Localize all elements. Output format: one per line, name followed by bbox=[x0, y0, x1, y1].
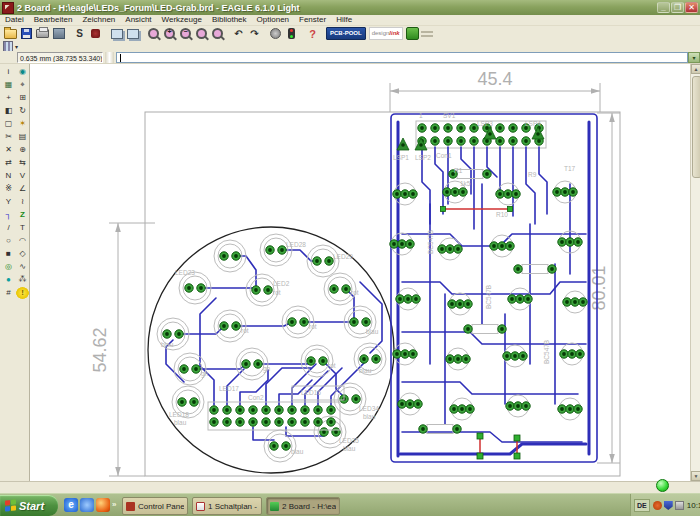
task-board-active[interactable]: 2 Board - H:\eagle\LE... bbox=[266, 497, 340, 515]
info-tool[interactable] bbox=[2, 66, 15, 78]
route-tool[interactable] bbox=[2, 209, 15, 221]
menu-zeichnen[interactable]: Zeichnen bbox=[77, 15, 120, 25]
rect-tool[interactable] bbox=[2, 248, 15, 260]
zoom-fit-button[interactable] bbox=[146, 27, 161, 40]
display-tool[interactable] bbox=[2, 79, 15, 91]
group-tool[interactable] bbox=[2, 118, 15, 130]
zoom-redraw-button[interactable] bbox=[210, 27, 225, 40]
pinswap-tool[interactable] bbox=[2, 157, 15, 169]
open-button[interactable] bbox=[3, 27, 18, 40]
svg-text:blau: blau bbox=[161, 341, 174, 348]
print-button[interactable] bbox=[35, 27, 50, 40]
quick-launch-overflow[interactable]: » bbox=[112, 500, 116, 509]
gateswap-tool[interactable] bbox=[16, 157, 29, 169]
menu-fenster[interactable]: Fenster bbox=[294, 15, 331, 25]
cam-processor-button[interactable] bbox=[51, 27, 66, 40]
errors-tool[interactable] bbox=[16, 287, 29, 299]
scroll-down-button[interactable]: ▼ bbox=[691, 471, 700, 481]
autorouter-tool[interactable] bbox=[2, 287, 15, 299]
language-indicator[interactable]: DE bbox=[634, 499, 650, 512]
mark-tool[interactable] bbox=[16, 79, 29, 91]
name-tool[interactable] bbox=[2, 170, 15, 182]
menu-bearbeiten[interactable]: Bearbeiten bbox=[29, 15, 78, 25]
window-board-button[interactable] bbox=[125, 27, 140, 40]
menu-werkzeuge[interactable]: Werkzeuge bbox=[157, 15, 207, 25]
via-tool[interactable] bbox=[2, 261, 15, 273]
svg-text:LED34: LED34 bbox=[359, 405, 379, 412]
polygon-tool[interactable] bbox=[16, 248, 29, 260]
paste-tool[interactable] bbox=[16, 131, 29, 143]
help-button[interactable]: ? bbox=[305, 27, 320, 40]
window-schematic-button[interactable] bbox=[109, 27, 124, 40]
go-button[interactable] bbox=[284, 27, 299, 40]
hole-tool[interactable] bbox=[2, 274, 15, 286]
task-control-panel[interactable]: Control Panel - H:\ea... bbox=[122, 497, 188, 515]
quick-launch-icon[interactable] bbox=[80, 498, 94, 512]
show-tool[interactable] bbox=[16, 66, 29, 78]
split-tool[interactable] bbox=[2, 196, 15, 208]
redo-button[interactable]: ↷ bbox=[247, 27, 262, 40]
mirror-tool[interactable] bbox=[2, 105, 15, 117]
save-button[interactable] bbox=[19, 27, 34, 40]
copy-tool[interactable] bbox=[16, 92, 29, 104]
dim-width-label: 45.4 bbox=[477, 69, 512, 89]
svg-text:blau: blau bbox=[343, 445, 356, 452]
minimize-button[interactable]: _ bbox=[657, 2, 670, 13]
menu-optionen[interactable]: Optionen bbox=[252, 15, 294, 25]
zoom-in-button[interactable]: + bbox=[162, 27, 177, 40]
menu-hilfe[interactable]: Hilfe bbox=[331, 15, 357, 25]
rotate-tool[interactable] bbox=[16, 105, 29, 117]
ripup-tool[interactable] bbox=[16, 209, 29, 221]
design-link-accent: link bbox=[389, 30, 399, 36]
scroll-up-button[interactable]: ▲ bbox=[691, 64, 700, 74]
svg-text:1k5: 1k5 bbox=[460, 180, 471, 187]
move-tool[interactable] bbox=[2, 92, 15, 104]
smash-tool[interactable] bbox=[2, 183, 15, 195]
command-history-dropdown[interactable]: ▾ bbox=[688, 52, 700, 63]
pcb-pool-logo[interactable]: PCB-POOL bbox=[326, 27, 366, 40]
wire-tool[interactable] bbox=[2, 222, 15, 234]
miter-tool[interactable] bbox=[16, 183, 29, 195]
close-button[interactable]: ✕ bbox=[685, 2, 698, 13]
sponsor-text-lines bbox=[421, 31, 433, 37]
circular-board[interactable]: LED28 LED29 LED23 LED2 rot rot blau rot … bbox=[148, 227, 394, 473]
firefox-icon[interactable] bbox=[96, 498, 110, 512]
tray-red-icon[interactable] bbox=[653, 501, 662, 510]
menu-ansicht[interactable]: Ansicht bbox=[120, 15, 156, 25]
cut-tool[interactable] bbox=[2, 131, 15, 143]
internet-explorer-icon[interactable]: e bbox=[64, 498, 78, 512]
security-shield-icon[interactable] bbox=[664, 501, 673, 510]
undo-button[interactable]: ↶ bbox=[231, 27, 246, 40]
command-input[interactable] bbox=[116, 52, 688, 63]
splitter-handle[interactable] bbox=[105, 52, 114, 63]
zoom-out-button[interactable]: − bbox=[178, 27, 193, 40]
task-schematic[interactable]: 1 Schaltplan - H:\eagl... bbox=[192, 497, 262, 515]
value-tool[interactable] bbox=[16, 170, 29, 182]
arc-tool[interactable] bbox=[16, 235, 29, 247]
ratsnest-tool[interactable] bbox=[16, 274, 29, 286]
rectangular-board[interactable]: 1 SV1 Con1 R1 1k5 BC547B BC547B BC547B T… bbox=[390, 112, 597, 462]
pcb-sponsor-logo[interactable] bbox=[406, 27, 419, 40]
green-status-dot[interactable] bbox=[656, 479, 669, 492]
start-button[interactable]: Start bbox=[0, 495, 58, 516]
board-canvas[interactable]: 45.4 80.01 54.62 bbox=[30, 64, 690, 481]
restore-button[interactable]: ❐ bbox=[671, 2, 684, 13]
text-caret bbox=[120, 54, 121, 62]
zoom-select-button[interactable] bbox=[194, 27, 209, 40]
signal-tool[interactable] bbox=[16, 261, 29, 273]
text-tool[interactable] bbox=[16, 222, 29, 234]
stop-button[interactable] bbox=[268, 27, 283, 40]
scrollbar-thumb[interactable] bbox=[692, 76, 700, 178]
menu-datei[interactable]: Datei bbox=[0, 15, 29, 25]
add-tool[interactable] bbox=[16, 144, 29, 156]
run-ulp-button[interactable] bbox=[88, 27, 103, 40]
circle-tool[interactable] bbox=[2, 235, 15, 247]
change-tool[interactable] bbox=[16, 118, 29, 130]
vertical-scrollbar[interactable]: ▲ ▼ bbox=[690, 64, 700, 481]
optimize-tool[interactable] bbox=[16, 196, 29, 208]
script-button[interactable]: S bbox=[72, 27, 87, 40]
tray-gray-icon[interactable] bbox=[675, 501, 684, 510]
menu-bibliothek[interactable]: Bibliothek bbox=[207, 15, 252, 25]
delete-tool[interactable] bbox=[2, 144, 15, 156]
design-link-logo[interactable]: designlink bbox=[369, 27, 403, 40]
